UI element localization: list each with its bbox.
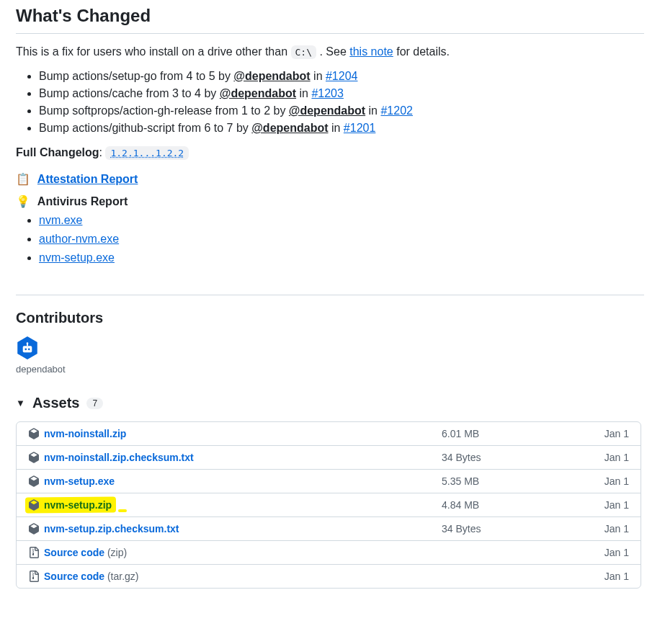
pr-link[interactable]: #1202: [380, 104, 413, 117]
assets-count-badge: 7: [86, 398, 103, 409]
asset-size: 34 Bytes: [442, 523, 586, 535]
clipboard-icon: 📋: [16, 173, 30, 185]
asset-date: Jan 1: [586, 547, 629, 558]
asset-date: Jan 1: [586, 571, 629, 582]
mention-link[interactable]: @dependabot: [289, 104, 365, 117]
asset-link[interactable]: nvm-noinstall.zip: [44, 428, 126, 439]
triangle-down-icon: ▼: [16, 398, 25, 408]
intro-paragraph: This is a fix for users who install on a…: [16, 45, 644, 58]
asset-date: Jan 1: [586, 475, 629, 487]
asset-row: Source code (tar.gz)Jan 1: [17, 565, 641, 588]
package-icon: [28, 428, 40, 439]
contributors-heading: Contributors: [16, 310, 644, 326]
asset-row: Source code (zip)Jan 1: [17, 541, 641, 565]
mention-link[interactable]: @dependabot: [251, 122, 328, 134]
asset-date: Jan 1: [586, 452, 629, 463]
asset-size: 4.84 MB: [442, 499, 586, 511]
asset-date: Jan 1: [586, 428, 629, 439]
attestation-line: 📋 Attestation Report: [16, 172, 644, 186]
bot-icon: [21, 341, 34, 354]
this-note-link[interactable]: this note: [349, 45, 393, 58]
package-icon: [28, 452, 40, 463]
changelog-range-link[interactable]: 1.2.1...1.2.2: [105, 146, 189, 160]
asset-link[interactable]: Source code (tar.gz): [44, 571, 139, 582]
antivirus-link[interactable]: author-nvm.exe: [39, 233, 119, 245]
file-zip-icon: [28, 547, 40, 558]
asset-size: 6.01 MB: [442, 428, 586, 439]
antivirus-link[interactable]: nvm-setup.exe: [39, 251, 115, 264]
change-item: Bump actions/setup-go from 4 to 5 by @de…: [39, 70, 644, 83]
antivirus-list: nvm.exeauthor-nvm.exenvm-setup.exe: [16, 214, 644, 264]
asset-row: nvm-noinstall.zip.checksum.txt34 BytesJa…: [17, 446, 641, 470]
asset-link[interactable]: Source code (zip): [44, 547, 127, 558]
asset-row: nvm-setup.zip.checksum.txt34 BytesJan 1: [17, 517, 641, 541]
pr-link[interactable]: #1203: [311, 87, 344, 99]
whats-changed-heading: What's Changed: [16, 6, 644, 34]
package-icon: [28, 499, 40, 511]
asset-row: nvm-setup.exe5.35 MBJan 1: [17, 470, 641, 493]
file-zip-icon: [28, 571, 40, 582]
asset-link[interactable]: nvm-setup.zip: [44, 499, 112, 511]
pr-link[interactable]: #1204: [326, 70, 358, 82]
assets-list: nvm-noinstall.zip6.01 MBJan 1nvm-noinsta…: [16, 421, 641, 589]
code-drive: C:\: [291, 45, 316, 59]
change-item: Bump actions/github-script from 6 to 7 b…: [39, 122, 644, 135]
asset-row: nvm-noinstall.zip6.01 MBJan 1: [17, 422, 641, 446]
asset-size: 5.35 MB: [442, 475, 586, 487]
contributor-name: dependabot: [16, 364, 644, 375]
contributor-avatar-link[interactable]: [16, 336, 39, 359]
antivirus-item: nvm.exe: [39, 214, 644, 227]
change-list: Bump actions/setup-go from 4 to 5 by @de…: [16, 70, 644, 135]
asset-size: 34 Bytes: [442, 452, 586, 463]
asset-link[interactable]: nvm-setup.exe: [44, 475, 115, 487]
assets-toggle[interactable]: ▼ Assets 7: [16, 395, 644, 411]
change-item: Bump actions/cache from 3 to 4 by @depen…: [39, 87, 644, 100]
asset-date: Jan 1: [586, 523, 629, 535]
antivirus-item: nvm-setup.exe: [39, 251, 644, 264]
mention-link[interactable]: @dependabot: [220, 87, 296, 99]
antivirus-heading: 💡 Antivirus Report: [16, 194, 644, 208]
asset-link[interactable]: nvm-noinstall.zip.checksum.txt: [44, 452, 194, 463]
antivirus-link[interactable]: nvm.exe: [39, 214, 82, 226]
mention-link[interactable]: @dependabot: [233, 70, 310, 82]
full-changelog: Full Changelog: 1.2.1...1.2.2: [16, 146, 644, 159]
change-item: Bump softprops/action-gh-release from 1 …: [39, 104, 644, 117]
package-icon: [28, 523, 40, 535]
asset-link[interactable]: nvm-setup.zip.checksum.txt: [44, 523, 179, 535]
dependabot-avatar: [16, 336, 39, 359]
asset-row: nvm-setup.zip4.84 MBJan 1: [17, 493, 641, 517]
attestation-report-link[interactable]: Attestation Report: [37, 173, 138, 185]
antivirus-item: author-nvm.exe: [39, 233, 644, 246]
asset-date: Jan 1: [586, 499, 629, 511]
package-icon: [28, 475, 40, 487]
pr-link[interactable]: #1201: [344, 122, 376, 134]
bulb-icon: 💡: [16, 195, 30, 207]
